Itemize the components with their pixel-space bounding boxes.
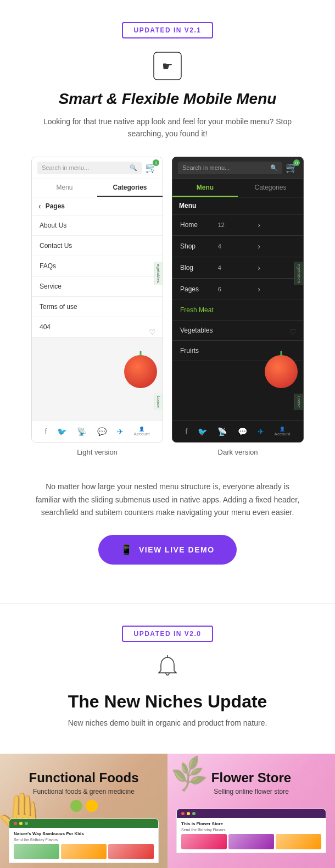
dark-menu-item-vegetables[interactable]: Vegetables — [172, 320, 303, 341]
dark-menu-item-home[interactable]: Home 12 › — [172, 214, 303, 236]
flower-thumb-3 — [276, 834, 321, 849]
light-menu-item-6[interactable]: 404 — [32, 317, 163, 338]
flower-thumb-1 — [181, 834, 227, 849]
account-icon: 👤 — [139, 427, 144, 432]
dark-tab-menu[interactable]: Menu — [172, 179, 238, 197]
dark-account-label: Account — [275, 432, 291, 436]
flower-dot-green — [192, 812, 196, 815]
niche-cards-row: 🤚 Functional Foods Functional foods & gr… — [0, 754, 335, 868]
mockup-row: Search in menu... 🔍 🛒 0 Menu Categories … — [11, 157, 324, 456]
section2-desc: New niches demo built in organic and pro… — [68, 718, 267, 727]
home-count: 12 — [218, 222, 256, 228]
niche-card-flower[interactable]: 🌿 Flower Store Selling online flower sto… — [168, 754, 335, 868]
section1: UPDATED IN V2.1 ☛ Smart & Flexible Mobil… — [0, 0, 335, 603]
dark-account-icon: 👤 — [280, 427, 285, 432]
dark-search[interactable]: Search in menu... 🔍 — [178, 162, 282, 174]
dark-tabs: Menu Categories — [172, 179, 303, 197]
dot-yellow-sm — [19, 822, 23, 825]
home-arrow: › — [258, 220, 295, 229]
main-description: Looking for that true native app look an… — [30, 115, 305, 140]
flower-mini-heading: This is Flower Store — [181, 821, 321, 826]
badge-v20: UPDATED IN V2.0 — [122, 626, 214, 642]
food-thumb-1 — [14, 844, 59, 859]
light-version-label: Light version — [77, 448, 118, 456]
dot-red — [14, 822, 17, 825]
dark-search-icon: 🔍 — [270, 164, 278, 172]
dot-yellow — [86, 800, 98, 812]
flower-mini-content: This is Flower Store Send the Birthday F… — [177, 818, 326, 853]
light-cart[interactable]: 🛒 0 — [145, 162, 157, 174]
niche-card-food[interactable]: 🤚 Functional Foods Functional foods & gr… — [0, 754, 168, 868]
dark-footer-telegram: ✈ — [258, 427, 264, 436]
svg-text:☛: ☛ — [162, 59, 173, 73]
view-live-demo-button[interactable]: 📱 VIEW LIVE DEMO — [98, 535, 236, 565]
light-menu-item-1[interactable]: About Us — [32, 215, 163, 236]
dark-bottom-label: Loose — [294, 394, 303, 410]
dot-green-sm — [25, 822, 28, 825]
dark-menu-item-fresh-meat[interactable]: Fresh Meat — [172, 300, 303, 320]
bell-icon — [155, 655, 180, 682]
footer-telegram-icon: ✈ — [117, 427, 124, 436]
food-mini-site: Nature's Way Sambuous For Kids Send the … — [9, 819, 159, 863]
light-tab-categories[interactable]: Categories — [97, 179, 163, 197]
flower-card-title: Flower Store — [211, 770, 291, 786]
dark-version-label: Dark version — [218, 448, 258, 456]
light-bottom-label: Loose — [154, 394, 163, 410]
section2-title: The New Niches Update — [68, 692, 267, 712]
flower-dot-yellow — [187, 812, 190, 815]
light-phone-wrapper: Search in menu... 🔍 🛒 0 Menu Categories … — [31, 157, 163, 456]
dark-menu-item-pages[interactable]: Pages 6 › — [172, 279, 303, 300]
dark-cart-count: 0 — [293, 159, 300, 166]
cta-mobile-icon: 📱 — [120, 544, 133, 556]
badge-v21: UPDATED IN V2.1 — [122, 22, 214, 38]
dark-submenu-title: Menu — [179, 202, 196, 209]
light-menu-item-4[interactable]: Service — [32, 277, 163, 297]
dark-menu-item-shop[interactable]: Shop 4 › — [172, 236, 303, 257]
dark-menu-item-blog[interactable]: Blog 4 › — [172, 257, 303, 279]
light-search-placeholder: Search in menu... — [42, 164, 89, 171]
light-menu-item-5[interactable]: Terms of use — [32, 297, 163, 317]
light-search[interactable]: Search in menu... 🔍 — [37, 162, 142, 174]
cta-label: VIEW LIVE DEMO — [139, 545, 215, 554]
dark-tab-categories[interactable]: Categories — [238, 179, 303, 197]
dot-green — [70, 800, 82, 812]
food-dots — [70, 800, 98, 812]
footer-whatsapp-icon: 💬 — [97, 427, 107, 436]
section2: UPDATED IN V2.0 The New Niches Update Ne… — [0, 604, 335, 754]
dark-phone-header: Search in menu... 🔍 🛒 0 — [172, 157, 303, 179]
dark-footer-rss: 📡 — [217, 427, 227, 436]
food-mini-text: Send the Birthday Flavors — [14, 838, 154, 842]
light-menu-item-3[interactable]: FAQs — [32, 256, 163, 277]
search-icon: 🔍 — [130, 164, 137, 172]
dark-tomato — [265, 355, 298, 388]
dark-phone-frame: Search in menu... 🔍 🛒 0 Menu Categories … — [172, 157, 304, 443]
shop-count: 4 — [218, 243, 256, 250]
flower-mini-bar — [177, 809, 326, 818]
food-thumb-3 — [108, 844, 154, 859]
dark-footer-account[interactable]: 👤 Account — [275, 427, 291, 436]
flower-mini-imgs — [181, 834, 321, 849]
blog-count: 4 — [218, 264, 256, 271]
food-mini-bar — [9, 819, 158, 828]
light-submenu-title: Pages — [46, 202, 65, 210]
dark-cart[interactable]: 🛒 0 — [286, 162, 298, 174]
dark-search-placeholder: Search in menu... — [182, 164, 230, 171]
light-tab-menu[interactable]: Menu — [32, 179, 97, 197]
light-tabs: Menu Categories — [32, 179, 163, 197]
light-menu-item-2[interactable]: Contact Us — [32, 236, 163, 256]
pages-arrow: › — [258, 285, 295, 294]
dark-side-label: egetables — [294, 262, 303, 285]
shop-arrow: › — [258, 242, 295, 251]
footer-account[interactable]: 👤 Account — [134, 427, 150, 436]
light-phone-frame: Search in menu... 🔍 🛒 0 Menu Categories … — [31, 157, 163, 443]
back-arrow-icon[interactable]: ‹ — [38, 202, 41, 211]
light-heart1: ♡ — [149, 328, 156, 336]
light-tomato — [124, 355, 157, 388]
deco-leaf: 🌿 — [169, 755, 210, 795]
flower-card-subtitle: Selling online flower store — [214, 788, 289, 795]
flower-mini-text: Send the Birthday Flavors — [181, 828, 321, 832]
touch-icon: ☛ — [153, 52, 182, 80]
dark-footer-whatsapp: 💬 — [238, 427, 247, 436]
footer-facebook-icon: f — [45, 427, 47, 436]
flower-dot-red — [181, 812, 185, 815]
